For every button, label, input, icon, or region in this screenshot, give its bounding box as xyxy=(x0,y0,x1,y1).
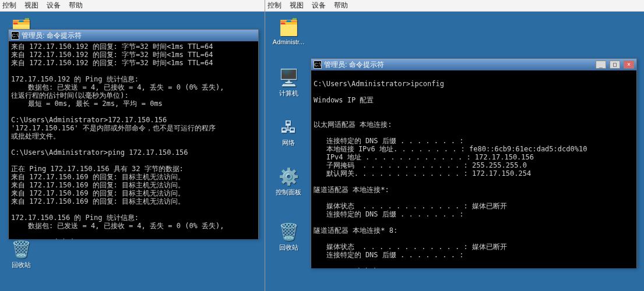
desktop-icon-cpanel[interactable]: ⚙️ 控制面板 xyxy=(271,166,306,197)
cmd-output[interactable]: 来自 172.17.150.192 的回复: 字节=32 时间<1ms TTL=… xyxy=(9,41,258,239)
menubar: 控制 视图 设备 帮助 xyxy=(0,0,265,12)
desktop-left[interactable]: 🗂️ 🗑️ 回收站 C:\ 管理员: 命令提示符 来自 172.17.150.1… xyxy=(0,12,265,291)
desktop-icon-label: 控制面板 xyxy=(271,188,306,197)
menu-view[interactable]: 视图 xyxy=(290,1,304,10)
desktop-icon-admin[interactable]: 🗂️ Administr... xyxy=(271,16,306,45)
cmd-output[interactable]: C:\Users\Administrator>ipconfig Windows … xyxy=(311,70,636,268)
desktop-icon-label: Administr... xyxy=(271,38,306,45)
desktop-icon-computer[interactable]: 🖥️ 计算机 xyxy=(271,67,306,98)
desktop-icon-network[interactable]: 🖧 网络 xyxy=(271,116,306,147)
cmd-icon: C:\ xyxy=(314,61,322,69)
menu-view[interactable]: 视图 xyxy=(24,1,38,10)
desktop-icon-label: 回收站 xyxy=(271,243,306,252)
control-panel-icon: ⚙️ xyxy=(278,166,299,187)
recycle-bin-icon: 🗑️ xyxy=(10,239,31,260)
cmd-title-text: 管理员: 命令提示符 xyxy=(324,60,384,70)
menu-control[interactable]: 控制 xyxy=(268,1,281,10)
network-icon: 🖧 xyxy=(278,116,299,137)
menubar: 控制 视图 设备 帮助 xyxy=(265,0,644,12)
menu-devices[interactable]: 设备 xyxy=(47,1,61,10)
cmd-titlebar[interactable]: C:\ 管理员: 命令提示符 xyxy=(9,30,258,41)
menu-help[interactable]: 帮助 xyxy=(69,1,83,10)
computer-icon: 🖥️ xyxy=(278,67,299,88)
desktop-right[interactable]: 🗂️ Administr... 🖥️ 计算机 🖧 网络 ⚙️ 控制面板 🗑️ 回… xyxy=(265,12,644,291)
minimize-button[interactable]: _ xyxy=(596,61,606,69)
desktop-icon-recycle[interactable]: 🗑️ 回收站 xyxy=(271,221,306,252)
recycle-bin-icon: 🗑️ xyxy=(278,221,299,242)
cmd-window-left[interactable]: C:\ 管理员: 命令提示符 来自 172.17.150.192 的回复: 字节… xyxy=(8,29,259,239)
vm-pane-right: 控制 视图 设备 帮助 🗂️ Administr... 🖥️ 计算机 🖧 网络 … xyxy=(265,0,644,291)
maximize-button[interactable]: □ xyxy=(610,61,620,69)
folder-icon: 🗂️ xyxy=(278,16,299,37)
desktop-icon-label: 网络 xyxy=(271,139,306,147)
cmd-window-right[interactable]: C:\ 管理员: 命令提示符 _ □ × C:\Users\Administra… xyxy=(311,58,637,268)
close-button[interactable]: × xyxy=(624,61,634,69)
desktop-icon-label: 回收站 xyxy=(3,261,38,269)
menu-help[interactable]: 帮助 xyxy=(334,1,348,10)
menu-devices[interactable]: 设备 xyxy=(312,1,326,10)
cmd-icon: C:\ xyxy=(11,31,19,40)
cmd-title-text: 管理员: 命令提示符 xyxy=(22,31,82,41)
cmd-titlebar[interactable]: C:\ 管理员: 命令提示符 _ □ × xyxy=(311,59,636,70)
desktop-icon-label: 计算机 xyxy=(271,89,306,98)
menu-control[interactable]: 控制 xyxy=(2,1,16,10)
vm-pane-left: 控制 视图 设备 帮助 🗂️ 🗑️ 回收站 C:\ 管理员: 命令提示符 来自 … xyxy=(0,0,265,291)
desktop-icon-recycle[interactable]: 🗑️ 回收站 xyxy=(3,239,38,269)
